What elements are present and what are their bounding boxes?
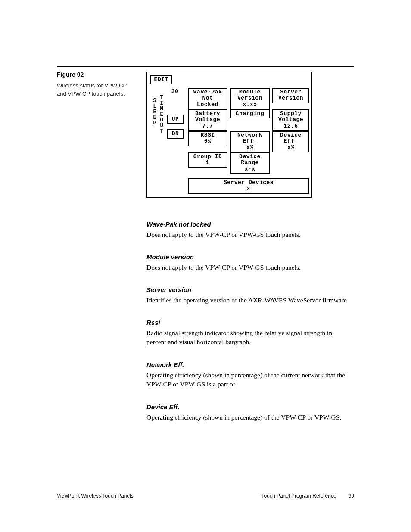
section-server-version: Server version Identifies the operating … <box>146 286 353 305</box>
body-rssi: Radio signal strength indicator showing … <box>146 329 353 347</box>
figure-label: Figure 92 <box>57 71 84 78</box>
section-network-eff: Network Eff. Operating efficiency (shown… <box>146 361 353 389</box>
timeout-value: 30 <box>166 88 184 96</box>
heading-wavepak: Wave-Pak not locked <box>146 221 353 228</box>
heading-device-eff: Device Eff. <box>146 403 353 411</box>
module-version-cell[interactable]: ModuleVersionx.xx <box>230 88 270 109</box>
touch-panel-figure: EDIT SLEEP TIMEOUT 30 UP DN Wave-PakNotL… <box>146 72 312 198</box>
body-wavepak: Does not apply to the VPW-CP or VPW-GS t… <box>146 230 353 240</box>
heading-module-version: Module version <box>146 253 353 261</box>
body-module-version: Does not apply to the VPW-CP or VPW-GS t… <box>146 263 353 272</box>
down-button[interactable]: DN <box>167 129 184 139</box>
section-module-version: Module version Does not apply to the VPW… <box>146 253 353 272</box>
network-eff-cell[interactable]: NetworkEff.x% <box>230 131 270 152</box>
timeout-label: TIMEOUT <box>159 95 165 134</box>
footer-left: ViewPoint Wireless Touch Panels <box>57 493 134 499</box>
edit-button[interactable]: EDIT <box>150 75 172 84</box>
battery-voltage-cell[interactable]: BatteryVoltage7.7 <box>188 109 227 131</box>
heading-network-eff: Network Eff. <box>146 361 353 368</box>
group-id-cell[interactable]: Group ID1 <box>188 152 227 168</box>
heading-server-version: Server version <box>146 286 353 293</box>
sleep-label: SLEEP <box>152 96 158 127</box>
device-eff-cell[interactable]: DeviceEff.x% <box>272 131 309 152</box>
section-device-eff: Device Eff. Operating efficiency (shown … <box>146 403 353 422</box>
heading-rssi: Rssi <box>146 319 353 326</box>
page: Figure 92 Wireless status for VPW-CP and… <box>0 0 411 532</box>
up-button[interactable]: UP <box>167 115 184 124</box>
horizontal-rule <box>57 66 354 67</box>
footer-right: Touch Panel Program Reference <box>262 493 336 499</box>
body-server-version: Identifies the operating version of the … <box>146 296 353 305</box>
rssi-cell[interactable]: RSSI0% <box>188 131 227 146</box>
server-version-cell[interactable]: ServerVersion <box>272 88 309 103</box>
device-range-cell[interactable]: DeviceRangex-x <box>230 152 270 174</box>
charging-cell[interactable]: Charging <box>230 109 270 118</box>
wavepak-cell[interactable]: Wave-PakNotLocked <box>188 88 227 109</box>
figure-caption: Wireless status for VPW-CP and VPW-CP to… <box>57 82 130 98</box>
section-wavepak: Wave-Pak not locked Does not apply to th… <box>146 221 353 240</box>
page-number: 69 <box>349 493 354 499</box>
section-rssi: Rssi Radio signal strength indicator sho… <box>146 319 353 347</box>
body-device-eff: Operating efficiency (shown in percentag… <box>146 413 353 422</box>
server-devices-cell[interactable]: Server Devicesx <box>188 178 309 194</box>
supply-voltage-cell[interactable]: SupplyVoltage12.6 <box>272 109 309 131</box>
page-footer: ViewPoint Wireless Touch Panels Touch Pa… <box>57 493 354 499</box>
body-network-eff: Operating efficiency (shown in percentag… <box>146 371 353 389</box>
